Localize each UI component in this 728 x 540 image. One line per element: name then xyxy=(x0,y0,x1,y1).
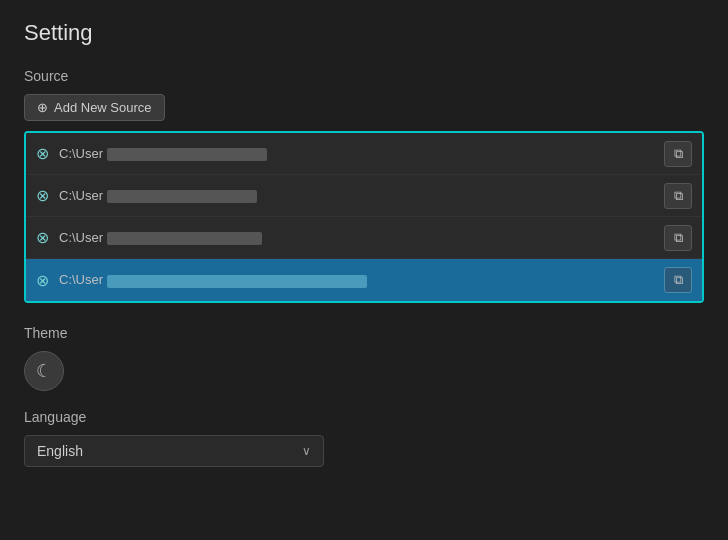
moon-icon: ☾ xyxy=(36,360,52,382)
source-path: C:\User xyxy=(59,272,664,287)
language-section-label: Language xyxy=(24,409,704,425)
source-link-icon: ⊗ xyxy=(36,144,49,163)
source-remove-button[interactable]: ⧉ xyxy=(664,225,692,251)
source-remove-button[interactable]: ⧉ xyxy=(664,141,692,167)
source-path: C:\User xyxy=(59,230,664,245)
remove-icon: ⧉ xyxy=(674,230,683,246)
remove-icon: ⧉ xyxy=(674,146,683,162)
page-title: Setting xyxy=(24,20,704,46)
source-row-selected[interactable]: ⊗ C:\User ⧉ xyxy=(26,259,702,301)
source-section-label: Source xyxy=(24,68,704,84)
language-section: Language English ∨ xyxy=(24,409,704,467)
add-new-source-button[interactable]: ⊕ Add New Source xyxy=(24,94,165,121)
remove-icon: ⧉ xyxy=(674,272,683,288)
source-list-container: ⊗ C:\User ⧉ ⊗ C:\User ⧉ ⊗ C:\User ⧉ ⊗ C:… xyxy=(24,131,704,303)
source-path: C:\User xyxy=(59,188,664,203)
source-remove-button[interactable]: ⧉ xyxy=(664,267,692,293)
source-link-icon: ⊗ xyxy=(36,228,49,247)
source-link-icon: ⊗ xyxy=(36,271,49,290)
chevron-down-icon: ∨ xyxy=(302,444,311,458)
language-selected-value: English xyxy=(37,443,83,459)
language-dropdown[interactable]: English ∨ xyxy=(24,435,324,467)
theme-toggle-button[interactable]: ☾ xyxy=(24,351,64,391)
source-path: C:\User xyxy=(59,146,664,161)
add-icon: ⊕ xyxy=(37,100,48,115)
source-remove-button[interactable]: ⧉ xyxy=(664,183,692,209)
source-row[interactable]: ⊗ C:\User ⧉ xyxy=(26,217,702,259)
theme-section-label: Theme xyxy=(24,325,704,341)
source-link-icon: ⊗ xyxy=(36,186,49,205)
source-row[interactable]: ⊗ C:\User ⧉ xyxy=(26,175,702,217)
source-row[interactable]: ⊗ C:\User ⧉ xyxy=(26,133,702,175)
remove-icon: ⧉ xyxy=(674,188,683,204)
add-source-label: Add New Source xyxy=(54,100,152,115)
theme-section: Theme ☾ xyxy=(24,325,704,391)
